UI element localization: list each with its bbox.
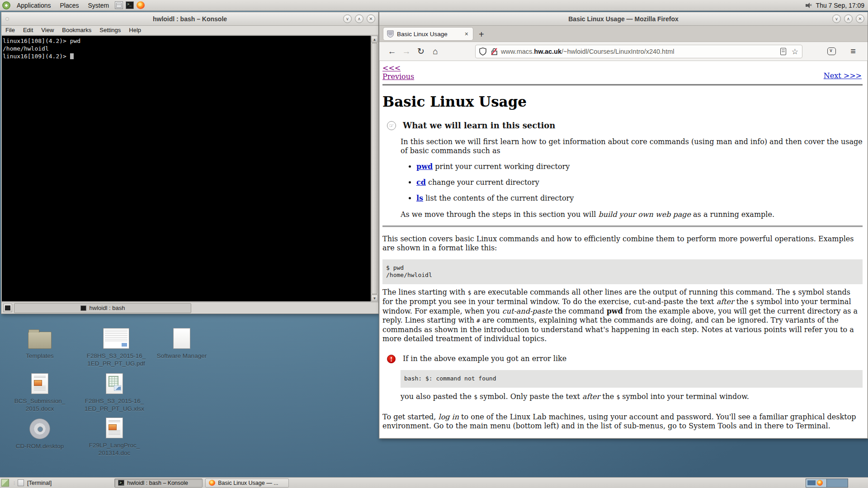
url-bar[interactable]: www.macs.hw.ac.uk/~hwloidl/Courses/Linux… [475, 45, 802, 58]
menu-edit[interactable]: Edit [19, 26, 37, 35]
learn-heading: What we will learn in this section [403, 121, 555, 130]
list-item: cd change your current directory [416, 178, 863, 187]
desktop: Applications Places System ✕ Thu 7 Sep, … [0, 0, 868, 488]
top-panel: Applications Places System ✕ Thu 7 Sep, … [0, 0, 868, 11]
section-intro: This section covers basic Linux commands… [382, 235, 863, 253]
maximize-button[interactable]: ∧ [355, 14, 363, 23]
forward-button[interactable]: → [399, 47, 414, 56]
desktop-icon-pdf[interactable]: F28HS_S3_2015-16_1ED_PR_PT_UG.pdf [82, 327, 150, 367]
blank-page-icon [173, 328, 190, 349]
workspace-1[interactable] [806, 479, 827, 487]
taskbar-item-konsole[interactable]: hwloidl : bash – Konsole [114, 479, 203, 488]
firefox-launcher-icon[interactable] [137, 1, 145, 9]
desktop-icon-templates[interactable]: Templates [6, 327, 74, 360]
scrollbar-thumb[interactable] [372, 43, 377, 294]
terminal-scrollbar[interactable]: ▲ ▼ [371, 36, 378, 301]
pwd-link[interactable]: pwd [416, 162, 433, 171]
taskbar-label: Basic Linux Usage — ... [218, 480, 278, 486]
code-example-pwd: $ pwd /home/hwloidl [382, 259, 863, 284]
file-manager-launcher-icon[interactable] [115, 1, 123, 9]
desktop-icon-software-manager[interactable]: Software Manager [148, 327, 216, 360]
terminal-icon [118, 480, 124, 486]
pocket-icon[interactable] [827, 47, 836, 55]
menu-system[interactable]: System [84, 0, 114, 11]
insecure-lock-icon[interactable] [491, 47, 498, 56]
menu-settings[interactable]: Settings [95, 26, 125, 35]
menu-help[interactable]: Help [125, 26, 145, 35]
window-list-icon[interactable] [18, 479, 24, 486]
desktop-icon-doc[interactable]: F29LP_LangProc_201314.doc [80, 417, 148, 457]
menu-file[interactable]: File [1, 26, 19, 35]
menu-view[interactable]: View [37, 26, 58, 35]
terminal-prompt: linux16[109](4.2)> [3, 52, 370, 60]
firefox-icon [209, 480, 215, 486]
scroll-up-icon[interactable]: ▲ [371, 36, 378, 42]
icon-label: CD-ROM.desktop [16, 443, 64, 450]
konsole-title: hwloidl : bash – Konsole [1, 15, 378, 23]
maximize-button[interactable]: ∧ [844, 14, 853, 23]
previous-arrows-link[interactable]: <<< [382, 64, 401, 72]
volume-muted-icon[interactable]: ✕ [805, 2, 812, 9]
cd-link[interactable]: cd [416, 178, 426, 187]
back-button[interactable]: ← [385, 47, 399, 56]
code-example-error: bash: $: command not found [401, 370, 863, 388]
workspace-2[interactable] [827, 479, 848, 487]
terminal-output[interactable]: linux16[108](4.2)> pwd /home/hwloidl lin… [2, 36, 371, 301]
folder-icon [28, 332, 52, 349]
workspace-switcher[interactable] [806, 479, 848, 488]
clock[interactable]: Thu 7 Sep, 17:09 [816, 2, 864, 9]
reader-mode-icon[interactable] [780, 48, 786, 55]
previous-link[interactable]: Previous [382, 72, 414, 81]
konsole-tabbar: hwloidl : bash [1, 302, 378, 314]
menu-places[interactable]: Places [56, 0, 84, 11]
terminal-launcher-icon[interactable] [126, 1, 134, 9]
example-note: As we move through the steps in this sec… [401, 210, 863, 219]
taskbar-item-firefox[interactable]: Basic Linux Usage — ... [205, 479, 289, 488]
session-tab[interactable]: hwloidl : bash [14, 303, 191, 313]
distro-logo-icon[interactable] [2, 1, 10, 9]
menu-bookmarks[interactable]: Bookmarks [58, 26, 95, 35]
firefox-title: Basic Linux Usage — Mozilla Firefox [379, 15, 868, 23]
terminal-cursor [70, 53, 74, 59]
close-button[interactable]: ✕ [367, 14, 375, 23]
icon-label: Software Manager [157, 352, 207, 359]
word-doc-icon [31, 373, 48, 394]
divider [382, 84, 863, 86]
new-session-button[interactable] [3, 304, 12, 312]
browser-tab[interactable]: Basic Linux Usage × [383, 27, 473, 41]
terminal-line: /home/hwloidl [3, 45, 370, 52]
reload-button[interactable]: ↻ [414, 46, 428, 56]
show-desktop-icon[interactable] [1, 479, 9, 487]
taskbar-item-terminal[interactable]: [Terminal] [27, 479, 55, 488]
firefox-tabstrip: Basic Linux Usage × + [379, 26, 868, 42]
desktop-icon-xlsx[interactable]: F28HS_S3_2015-16_1ED_PR_PT_UG.xlsx [80, 372, 148, 413]
url-text: www.macs.hw.ac.uk/~hwloidl/Courses/Linux… [501, 48, 780, 55]
page-content: <<< Previous Next >>> Basic Linux Usage … [380, 61, 867, 438]
desktop-icon-cdrom[interactable]: CD-ROM.desktop [6, 418, 74, 450]
desktop-icon-docx[interactable]: BCS_Submission_2015.docx [6, 372, 74, 413]
scroll-down-icon[interactable]: ▼ [371, 295, 378, 301]
taskbar: ⋮ [Terminal] hwloidl : bash – Konsole Ba… [0, 477, 868, 488]
minimize-button[interactable]: ∨ [832, 14, 841, 23]
new-tab-button[interactable]: + [473, 29, 490, 40]
menu-applications[interactable]: Applications [12, 0, 56, 11]
cd-icon [29, 418, 50, 439]
ls-link[interactable]: ls [416, 194, 423, 202]
hamburger-menu-icon[interactable]: ≡ [850, 46, 856, 56]
tracking-shield-icon[interactable] [479, 47, 486, 56]
bookmark-star-icon[interactable]: ☆ [792, 47, 798, 56]
close-button[interactable]: ✕ [856, 14, 864, 23]
icon-label: F28HS_S3_2015-16_ [87, 352, 146, 359]
tab-close-icon[interactable]: × [464, 30, 469, 38]
get-started-paragraph: To get started, log in to one of the Lin… [382, 413, 863, 431]
konsole-titlebar[interactable]: hwloidl : bash – Konsole ∨ ∧ ✕ [1, 12, 378, 26]
minimize-button[interactable]: ∨ [343, 14, 352, 23]
konsole-menubar: File Edit View Bookmarks Settings Help [1, 26, 378, 35]
firefox-titlebar[interactable]: Basic Linux Usage — Mozilla Firefox ∨ ∧ … [379, 12, 868, 26]
home-button[interactable]: ⌂ [428, 47, 443, 56]
page-nav-links: <<< Previous Next >>> [382, 64, 863, 81]
page-title: Basic Linux Usage [382, 94, 863, 110]
tab-title: Basic Linux Usage [397, 31, 464, 38]
explanation-paragraph: The lines starting with $ are executable… [382, 288, 863, 343]
next-link[interactable]: Next >>> [824, 71, 862, 80]
